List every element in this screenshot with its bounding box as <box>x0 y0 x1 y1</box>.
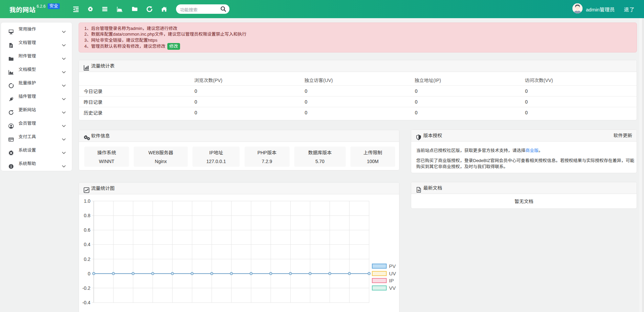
svg-text:0.2: 0.2 <box>84 257 91 262</box>
svg-text:1.0: 1.0 <box>84 198 91 204</box>
svg-text:-0.2: -0.2 <box>82 285 90 291</box>
svg-text:0.4: 0.4 <box>84 242 91 247</box>
svg-text:VV: VV <box>389 285 396 291</box>
svg-text:PV: PV <box>389 263 396 269</box>
svg-text:0.8: 0.8 <box>84 213 91 218</box>
svg-text:0: 0 <box>88 271 90 276</box>
svg-text:0.6: 0.6 <box>84 227 91 233</box>
svg-text:W: W <box>418 189 420 192</box>
svg-text:IP: IP <box>389 278 394 283</box>
svg-text:-0.4: -0.4 <box>82 300 90 305</box>
svg-text:UV: UV <box>389 271 396 276</box>
